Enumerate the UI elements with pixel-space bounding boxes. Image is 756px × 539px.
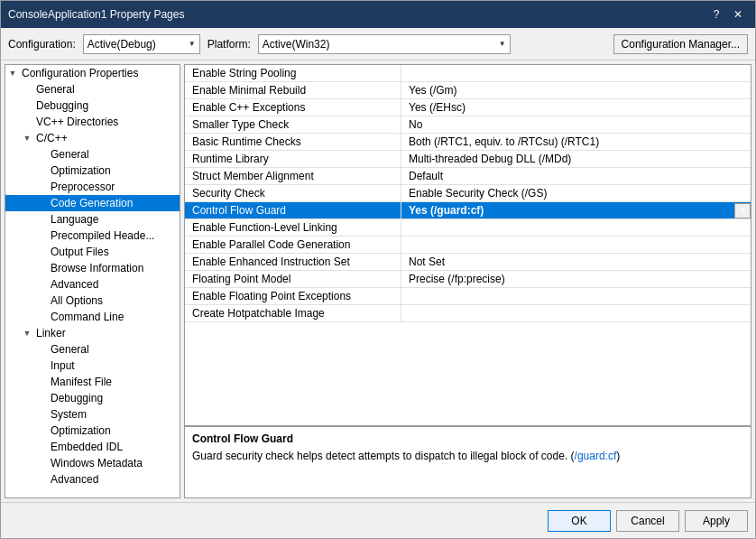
tree-label-linker-input: Input [49, 359, 75, 372]
prop-name-struct-align: Struct Member Alignment [185, 168, 401, 184]
tree-item-debugging[interactable]: Debugging [5, 98, 180, 114]
prop-row-struct-align[interactable]: Struct Member AlignmentDefault [185, 168, 751, 185]
tree-label-precompiled: Precompiled Heade... [49, 229, 154, 242]
tree-item-language[interactable]: Language [5, 211, 180, 228]
tree-label-linker-debug: Debugging [49, 392, 103, 404]
tree-item-all-options[interactable]: All Options [5, 293, 180, 309]
platform-value: Active(Win32) [263, 38, 330, 51]
tree-label-all-options: All Options [49, 294, 103, 307]
prop-row-parallel-codegen[interactable]: Enable Parallel Code Generation [185, 237, 751, 254]
tree-item-advanced[interactable]: Advanced [5, 276, 180, 293]
platform-combo[interactable]: Active(Win32) ▼ [258, 34, 511, 54]
prop-row-minimal-rebuild[interactable]: Enable Minimal RebuildYes (/Gm) [185, 82, 751, 99]
info-title: Control Flow Guard [192, 432, 743, 445]
tree-item-preprocessor[interactable]: Preprocessor [5, 179, 180, 195]
tree-label-linker-embeddedidl: Embedded IDL [49, 441, 123, 453]
prop-dropdown-control-flow[interactable]: ▼ [734, 203, 751, 218]
prop-name-enhanced-instr: Enable Enhanced Instruction Set [185, 254, 401, 270]
prop-row-security-check[interactable]: Security CheckEnable Security Check (/GS… [185, 185, 751, 202]
tree-item-vc-dirs[interactable]: VC++ Directories [5, 114, 180, 130]
tree-label-linker-optim: Optimization [49, 424, 111, 437]
tree-item-config-props[interactable]: ▼Configuration Properties [5, 65, 180, 81]
tree-item-linker-winmeta[interactable]: Windows Metadata [5, 455, 180, 471]
prop-value-hotpatch [401, 311, 751, 315]
info-panel: Control Flow Guard Guard security check … [185, 425, 751, 497]
tree-label-output-files: Output Files [49, 246, 109, 258]
tree-item-output-files[interactable]: Output Files [5, 244, 180, 260]
info-text: Guard security check helps detect attemp… [192, 449, 743, 464]
footer: OK Cancel Apply [1, 502, 755, 538]
prop-name-cpp-exceptions: Enable C++ Exceptions [185, 99, 401, 116]
tree-item-linker-embeddedidl[interactable]: Embedded IDL [5, 439, 180, 455]
prop-row-string-pooling[interactable]: Enable String Pooling [185, 65, 751, 82]
prop-value-control-flow: Yes (/guard:cf) [401, 202, 734, 218]
prop-name-minimal-rebuild: Enable Minimal Rebuild [185, 82, 401, 98]
tree-item-linker-adv[interactable]: Advanced [5, 471, 180, 488]
tree-item-code-gen[interactable]: Code Generation [5, 195, 180, 211]
help-button[interactable]: ? [706, 6, 726, 23]
prop-value-parallel-codegen [401, 243, 751, 246]
prop-row-fp-model[interactable]: Floating Point ModelPrecise (/fp:precise… [185, 271, 751, 288]
config-manager-button[interactable]: Configuration Manager... [613, 34, 748, 54]
prop-row-basic-runtime[interactable]: Basic Runtime ChecksBoth (/RTC1, equiv. … [185, 134, 751, 151]
title-bar: ConsoleApplication1 Property Pages ? ✕ [1, 1, 755, 28]
config-combo-arrow: ▼ [189, 40, 196, 48]
tree-expander-linker[interactable]: ▼ [20, 326, 34, 340]
prop-row-control-flow[interactable]: Control Flow GuardYes (/guard:cf)▼ [185, 202, 751, 219]
prop-row-enhanced-instr[interactable]: Enable Enhanced Instruction SetNot Set [185, 254, 751, 271]
tree-item-general[interactable]: General [5, 81, 180, 98]
tree-label-debugging: Debugging [34, 99, 88, 112]
tree-item-command-line[interactable]: Command Line [5, 309, 180, 325]
tree-label-linker-winmeta: Windows Metadata [49, 457, 143, 469]
close-button[interactable]: ✕ [728, 6, 748, 23]
tree-label-linker-adv: Advanced [49, 473, 98, 486]
prop-name-smaller-type: Smaller Type Check [185, 116, 401, 133]
tree-label-vc-dirs: VC++ Directories [34, 116, 118, 128]
apply-button[interactable]: Apply [685, 510, 748, 532]
tree-label-config-props: Configuration Properties [20, 67, 138, 79]
tree-item-linker-manifest[interactable]: Manifest File [5, 374, 180, 390]
tree-item-cpp-general[interactable]: General [5, 146, 180, 163]
toolbar: Configuration: Active(Debug) ▼ Platform:… [1, 28, 755, 60]
prop-row-func-level-link[interactable]: Enable Function-Level Linking [185, 219, 751, 237]
prop-name-func-level-link: Enable Function-Level Linking [185, 219, 401, 236]
tree-label-linker-system: System [49, 408, 87, 421]
tree-item-linker-debug[interactable]: Debugging [5, 390, 180, 406]
tree-label-linker: Linker [34, 327, 66, 339]
ok-button[interactable]: OK [548, 510, 611, 532]
configuration-combo[interactable]: Active(Debug) ▼ [83, 34, 200, 54]
tree-item-precompiled[interactable]: Precompiled Heade... [5, 228, 180, 244]
prop-name-hotpatch: Create Hotpatchable Image [185, 305, 401, 321]
dialog-title: ConsoleApplication1 Property Pages [8, 8, 184, 21]
tree-item-linker-optim[interactable]: Optimization [5, 423, 180, 439]
cancel-button[interactable]: Cancel [616, 510, 679, 532]
platform-label: Platform: [207, 38, 251, 51]
prop-row-fp-exceptions[interactable]: Enable Floating Point Exceptions [185, 288, 751, 305]
info-link[interactable]: /guard:cf [575, 450, 617, 462]
prop-name-fp-exceptions: Enable Floating Point Exceptions [185, 288, 401, 304]
prop-row-cpp-exceptions[interactable]: Enable C++ ExceptionsYes (/EHsc) [185, 99, 751, 116]
tree-item-linker-input[interactable]: Input [5, 358, 180, 374]
prop-name-runtime-lib: Runtime Library [185, 151, 401, 167]
tree-label-linker-general: General [49, 343, 89, 356]
prop-value-func-level-link [401, 226, 751, 229]
tree-item-cpp[interactable]: ▼C/C++ [5, 130, 180, 146]
prop-row-hotpatch[interactable]: Create Hotpatchable Image [185, 305, 751, 322]
main-content: ▼Configuration PropertiesGeneralDebuggin… [1, 60, 755, 502]
prop-value-smaller-type: No [401, 116, 751, 133]
prop-value-cpp-exceptions: Yes (/EHsc) [401, 99, 751, 116]
prop-value-basic-runtime: Both (/RTC1, equiv. to /RTCsu) (/RTC1) [401, 134, 751, 150]
tree-expander-cpp[interactable]: ▼ [20, 131, 34, 145]
tree-label-browse-info: Browse Information [49, 262, 143, 274]
tree-expander-config-props[interactable]: ▼ [5, 66, 20, 80]
tree-label-advanced: Advanced [49, 278, 98, 291]
prop-row-smaller-type[interactable]: Smaller Type CheckNo [185, 116, 751, 134]
tree-label-code-gen: Code Generation [49, 197, 133, 209]
tree-label-optimization: Optimization [49, 164, 111, 177]
prop-row-runtime-lib[interactable]: Runtime LibraryMulti-threaded Debug DLL … [185, 151, 751, 168]
tree-item-browse-info[interactable]: Browse Information [5, 260, 180, 276]
tree-item-optimization[interactable]: Optimization [5, 163, 180, 179]
tree-item-linker-system[interactable]: System [5, 406, 180, 423]
tree-item-linker[interactable]: ▼Linker [5, 325, 180, 341]
tree-item-linker-general[interactable]: General [5, 341, 180, 358]
